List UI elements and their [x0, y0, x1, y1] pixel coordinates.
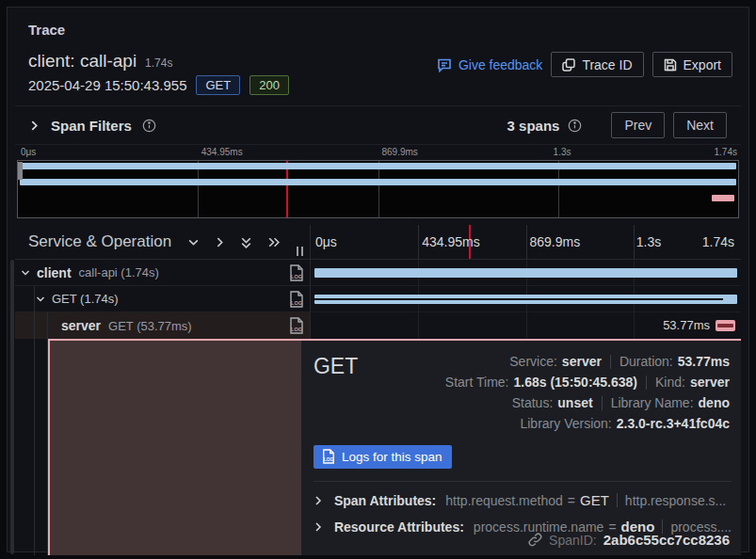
- log-icon[interactable]: LOG: [289, 291, 304, 308]
- kind-value: server: [690, 375, 730, 390]
- meta-line: Status: unset Library Name: deno: [512, 395, 730, 410]
- trace-id-button[interactable]: Trace ID: [551, 52, 643, 77]
- span-row-client[interactable]: client call-api (1.74s) LOG: [15, 260, 741, 286]
- span-row-get[interactable]: GET (1.74s) LOG: [15, 286, 741, 312]
- span-id-value: 2ab6c55cc7cc8236: [603, 532, 730, 548]
- span-bar-server[interactable]: [716, 320, 735, 331]
- minimap-gridline: [198, 161, 199, 217]
- axis-tick: 1.3s: [636, 234, 661, 249]
- meta-line: Start Time: 1.68s (15:50:45.638) Kind: s…: [445, 375, 730, 390]
- span-bar-client[interactable]: [314, 268, 737, 278]
- header-actions: Give feedback Trace ID Export: [437, 52, 732, 77]
- collapse-all-icon[interactable]: [240, 235, 252, 249]
- trace-meta-row: 2025-04-29 15:50:43.955 GET 200: [28, 75, 289, 95]
- axis-tick: 1.74s: [702, 234, 734, 249]
- minimap-span-bar-get: [20, 179, 736, 185]
- info-icon: [142, 119, 156, 133]
- axis-gridline: [526, 225, 527, 259]
- log-icon: LOG: [322, 449, 335, 464]
- divider: [314, 481, 732, 482]
- span-service: client: [37, 265, 72, 280]
- svg-text:LOG: LOG: [291, 300, 302, 306]
- library-name-value: deno: [699, 395, 730, 410]
- trace-header: client: call-api 1.74s: [28, 51, 172, 72]
- info-icon: [568, 119, 582, 133]
- meta-line: Library Version: 2.3.0-rc.3+41fc04c: [520, 416, 730, 431]
- column-resize-handle[interactable]: [297, 247, 303, 256]
- log-icon[interactable]: LOG: [289, 317, 304, 334]
- chevron-down-icon[interactable]: [21, 268, 30, 278]
- http-status-badge: 200: [249, 75, 289, 95]
- meta-line: Service: server Duration: 53.77ms: [509, 354, 730, 369]
- axis-tick: 434.95ms: [422, 234, 479, 249]
- next-span-button[interactable]: Next: [673, 112, 727, 138]
- span-attributes-section[interactable]: Span Attributes: http.request.method = G…: [314, 492, 732, 508]
- service-operation-title: Service & Operation: [28, 232, 171, 251]
- library-version-value: 2.3.0-rc.3+41fc04c: [617, 416, 730, 431]
- timeline-axis-header: 0μs 434.95ms 869.9ms 1.3s 1.74s: [311, 225, 741, 259]
- minimap-span-bar-server: [712, 195, 734, 201]
- axis-tick: 434.95ms: [201, 147, 243, 157]
- span-id-footer: SpanID: 2ab6c55cc7cc8236: [528, 532, 730, 548]
- http-method-badge: GET: [196, 75, 240, 95]
- logs-for-span-button[interactable]: LOG Logs for this span: [314, 445, 453, 469]
- timeline-grid-header: Service & Operation: [15, 225, 741, 260]
- svg-text:LOG: LOG: [324, 457, 334, 462]
- expand-all-icon[interactable]: [266, 236, 281, 248]
- minimap-gridline: [378, 161, 379, 217]
- span-bar-get[interactable]: [314, 295, 737, 304]
- axis-tick: 1.74s: [715, 147, 737, 157]
- critical-path-line: [717, 324, 733, 327]
- status-value: unset: [557, 395, 592, 410]
- save-icon: [664, 58, 677, 72]
- axis-tick: 869.9ms: [530, 234, 581, 249]
- collapse-one-icon[interactable]: [187, 236, 200, 248]
- timeline-minimap[interactable]: [17, 160, 739, 218]
- span-duration-label: 53.77ms: [663, 318, 710, 332]
- vertical-scrollbar[interactable]: [10, 260, 14, 554]
- chevron-right-icon: [314, 522, 323, 532]
- span-operation: GET (53.77ms): [108, 319, 192, 333]
- trace-duration: 1.74s: [145, 56, 172, 70]
- service-value: server: [562, 354, 602, 369]
- comment-icon: [437, 57, 452, 72]
- span-filters-title[interactable]: Span Filters: [51, 118, 132, 134]
- trace-start-timestamp: 2025-04-29 15:50:43.955: [28, 77, 186, 93]
- chevron-right-icon[interactable]: [29, 120, 40, 131]
- minimap-cursor-line: [286, 161, 288, 217]
- minimap-drag-handle[interactable]: [18, 162, 23, 180]
- axis-tick: 869.9ms: [382, 147, 418, 157]
- link-icon[interactable]: [528, 533, 542, 547]
- minimap-span-bar-client: [20, 163, 736, 169]
- panel-title: Trace: [28, 22, 65, 38]
- span-meta: Service: server Duration: 53.77ms Start …: [445, 354, 732, 431]
- axis-tick: 0μs: [315, 234, 337, 249]
- give-feedback-link[interactable]: Give feedback: [437, 57, 543, 72]
- critical-path-line: [314, 298, 723, 300]
- prev-span-button[interactable]: Prev: [611, 112, 665, 138]
- span-operation: GET (1.74s): [52, 292, 119, 306]
- span-row-server[interactable]: server GET (53.77ms) LOG 53.77ms: [15, 312, 741, 339]
- detail-gutter: [15, 339, 48, 555]
- span-operation: call-api (1.74s): [79, 265, 159, 280]
- span-count: 3 spans: [507, 118, 560, 134]
- log-icon[interactable]: LOG: [289, 264, 304, 281]
- minimap-axis-labels: 0μs 434.95ms 869.9ms 1.3s 1.74s: [17, 147, 739, 159]
- detail-span-title: GET: [314, 354, 358, 431]
- chevron-down-icon[interactable]: [36, 295, 45, 304]
- chevron-right-icon: [314, 496, 323, 505]
- span-detail-row: GET Service: server Duration: 53.77ms St…: [15, 339, 741, 555]
- selected-span-tint: [50, 341, 301, 555]
- axis-tick: 0μs: [21, 147, 36, 157]
- start-time-value: 1.68s (15:50:45.638): [513, 375, 637, 390]
- svg-text:LOG: LOG: [291, 274, 302, 280]
- root-span-title: client: call-api: [28, 51, 137, 72]
- svg-text:LOG: LOG: [291, 327, 302, 332]
- service-operation-header: Service & Operation: [15, 225, 311, 259]
- duration-value: 53.77ms: [678, 354, 730, 369]
- export-button[interactable]: Export: [652, 52, 732, 77]
- trace-panel: Trace client: call-api 1.74s 2025-04-29 …: [7, 7, 749, 552]
- axis-gridline: [418, 225, 419, 259]
- span-rows: client call-api (1.74s) LOG GET (1.74s) …: [15, 260, 741, 339]
- expand-one-icon[interactable]: [214, 236, 226, 248]
